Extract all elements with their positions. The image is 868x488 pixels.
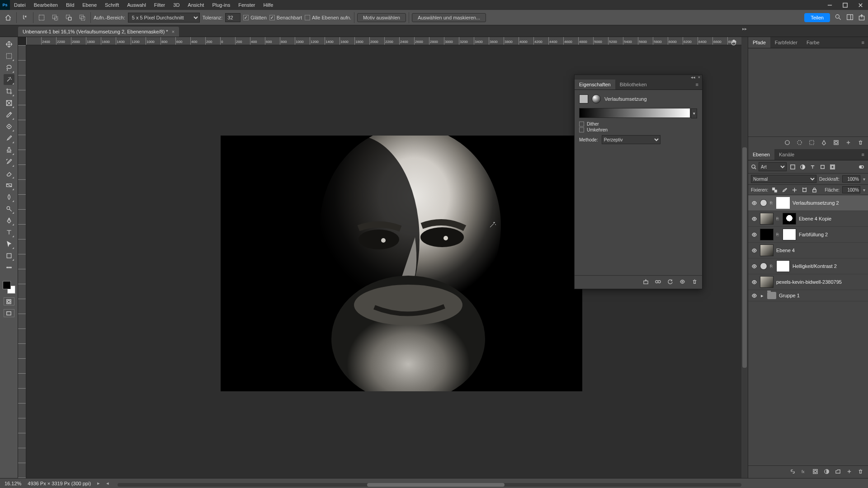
lock-all-icon[interactable] [811, 186, 818, 193]
filter-smart-icon[interactable] [828, 163, 836, 171]
menu-hilfe[interactable]: Hilfe [259, 0, 277, 9]
layer-mask-icon[interactable] [812, 469, 818, 475]
link-layers-icon[interactable] [790, 469, 796, 475]
minimize-button[interactable] [822, 0, 837, 10]
layer-name[interactable]: Helligkeit/Kontrast 2 [793, 263, 865, 269]
scroll-left-icon[interactable]: ◂ [106, 480, 109, 486]
layer-name[interactable]: pexels-kevin-bidwell-2380795 [776, 279, 865, 285]
layer-row[interactable]: pexels-kevin-bidwell-2380795 [748, 274, 868, 290]
gradient-picker[interactable]: ▾ [579, 108, 690, 118]
layer-name[interactable]: Gruppe 1 [779, 293, 865, 298]
adjustment-layer-icon[interactable] [824, 469, 830, 475]
fill-input[interactable] [842, 186, 860, 193]
eyedropper-tool[interactable] [4, 109, 14, 120]
reset-icon[interactable] [667, 279, 673, 286]
new-layer-icon[interactable] [846, 469, 852, 475]
menu-plug-ins[interactable]: Plug-ins [208, 0, 234, 9]
tab-color[interactable]: Farbe [802, 37, 824, 48]
shape-tool[interactable] [4, 250, 14, 261]
horizontal-scrollbar[interactable] [118, 483, 741, 487]
tolerance-input[interactable] [225, 13, 241, 22]
menu-bearbeiten[interactable]: Bearbeiten [30, 0, 62, 9]
dither-checkbox[interactable]: Dither [579, 122, 698, 127]
select-and-mask-button[interactable]: Auswählen und maskieren... [412, 13, 486, 22]
select-subject-button[interactable]: Motiv auswählen [357, 13, 406, 22]
layer-name[interactable]: Ebene 4 Kopie [799, 216, 865, 221]
layer-row[interactable]: ⎘Ebene 4 Kopie [748, 211, 868, 227]
crop-tool[interactable] [4, 86, 14, 97]
menu-filter[interactable]: Filter [150, 0, 169, 9]
new-path-icon[interactable] [845, 140, 851, 146]
frame-tool[interactable] [4, 98, 14, 108]
mask-path-icon[interactable] [833, 140, 839, 146]
mask-thumb-icon[interactable] [592, 94, 601, 103]
info-dropdown-icon[interactable]: ▸ [97, 480, 100, 486]
tab-libraries[interactable]: Bibliotheken [615, 80, 651, 89]
reverse-checkbox[interactable]: Umkehren [579, 127, 698, 132]
search-icon[interactable] [835, 14, 842, 22]
share-button[interactable]: Teilen [804, 13, 830, 22]
contiguous-checkbox[interactable]: Benachbart [269, 15, 302, 20]
layer-row[interactable]: ⎘Farbfüllung 2 [748, 227, 868, 243]
tool-preset-icon[interactable] [19, 12, 30, 23]
layer-row[interactable]: Ebene 4 [748, 243, 868, 258]
group-twisty[interactable]: ▸ [760, 293, 764, 299]
close-panel-icon[interactable]: × [698, 75, 700, 80]
layer-row[interactable]: ⎘Helligkeit/Kontrast 2 [748, 258, 868, 274]
lock-position-icon[interactable] [791, 186, 798, 193]
visibility-toggle[interactable] [751, 247, 757, 253]
menu-ebene[interactable]: Ebene [78, 0, 101, 9]
clip-mask-icon[interactable] [643, 279, 649, 286]
visibility-toggle[interactable] [751, 231, 757, 238]
link-mask-icon[interactable]: ⎘ [770, 264, 774, 268]
group-icon[interactable] [835, 469, 841, 475]
ruler-vertical[interactable] [18, 45, 26, 478]
magic-wand-tool[interactable] [4, 74, 14, 85]
export-icon[interactable] [858, 14, 865, 22]
close-tab-icon[interactable]: × [172, 29, 175, 34]
delete-path-icon[interactable] [858, 140, 863, 146]
lock-artboard-icon[interactable] [801, 186, 808, 193]
maximize-button[interactable] [837, 0, 853, 10]
quickmask-toggle[interactable] [4, 297, 14, 305]
selection-path-icon[interactable] [809, 140, 815, 146]
subtract-selection-icon[interactable] [63, 12, 74, 23]
path-select-tool[interactable] [4, 239, 14, 249]
ruler-horizontal[interactable]: 2400220020001800160014001200100080060040… [26, 37, 748, 45]
tab-paths[interactable]: Pfade [748, 37, 770, 48]
filter-kind-select[interactable]: Art [759, 162, 787, 171]
panel-menu-icon[interactable]: ≡ [858, 40, 868, 45]
lasso-tool[interactable] [4, 62, 14, 73]
workspace-icon[interactable] [846, 14, 854, 22]
color-swatches[interactable] [3, 281, 15, 294]
fill-path-icon[interactable] [784, 140, 790, 146]
pen-tool[interactable] [4, 215, 14, 226]
layer-name[interactable]: Verlaufsumsetzung 2 [793, 200, 865, 206]
stroke-path-icon[interactable] [797, 140, 802, 146]
tab-layers[interactable]: Ebenen [748, 149, 774, 160]
delete-icon[interactable] [692, 279, 698, 286]
link-mask-icon[interactable]: ⎘ [770, 201, 774, 205]
chevron-down-icon[interactable]: ▾ [863, 188, 865, 192]
visibility-toggle[interactable] [751, 216, 757, 222]
vertical-scrollbar[interactable] [741, 37, 748, 478]
type-tool[interactable] [4, 227, 14, 238]
stamp-tool[interactable] [4, 145, 14, 155]
panel-drag-handle[interactable]: ◂◂ × [575, 75, 702, 80]
preview-toggle-icon[interactable] [679, 279, 685, 286]
collapse-icon[interactable]: ◂◂ [691, 75, 695, 80]
chevron-down-icon[interactable]: ▾ [863, 177, 865, 182]
menu-datei[interactable]: Datei [10, 0, 30, 9]
delete-layer-icon[interactable] [858, 469, 863, 475]
filter-shape-icon[interactable] [818, 163, 826, 171]
presets-icon[interactable] [655, 279, 661, 286]
menu-bild[interactable]: Bild [62, 0, 78, 9]
layer-row[interactable]: ⎘Verlaufsumsetzung 2 [748, 195, 868, 211]
close-button[interactable] [853, 0, 868, 10]
filter-toggle-icon[interactable] [857, 163, 865, 171]
screenmode-toggle[interactable] [4, 309, 14, 317]
menu-auswahl[interactable]: Auswahl [123, 0, 150, 9]
home-button[interactable] [3, 12, 14, 23]
method-select[interactable]: Perzeptiv [602, 135, 660, 144]
link-mask-icon[interactable]: ⎘ [776, 232, 780, 237]
